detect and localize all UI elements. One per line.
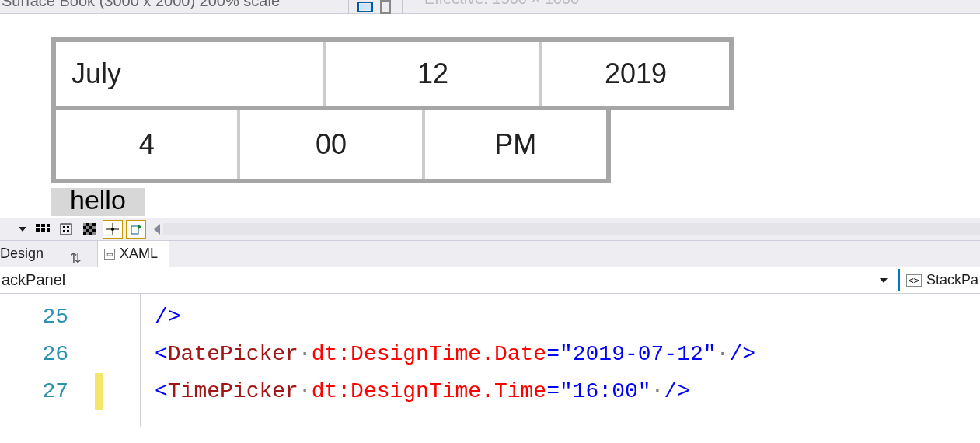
date-picker-year[interactable]: 2019 (542, 42, 729, 106)
designer-bottom-toolbar (0, 218, 980, 241)
date-picker[interactable]: July 12 2019 (51, 37, 734, 110)
tab-xaml-label: XAML (120, 246, 158, 262)
tab-xaml[interactable]: ▭ XAML (97, 240, 169, 267)
svg-rect-4 (36, 224, 40, 227)
svg-rect-8 (41, 228, 45, 232)
svg-rect-1 (360, 4, 371, 10)
refresh-designer-icon[interactable] (126, 220, 146, 239)
line-number-gutter: 252627 (0, 294, 93, 427)
code-line[interactable]: <TimePicker·dt:DesignTime.Time="16:00"·/… (155, 373, 980, 410)
svg-rect-12 (67, 226, 69, 228)
time-picker[interactable]: 4 00 PM (51, 110, 611, 183)
swap-panes-button[interactable]: ⇅ (54, 249, 97, 267)
time-picker-hour[interactable]: 4 (56, 110, 240, 179)
swap-icon: ⇅ (70, 250, 82, 266)
svg-rect-23 (92, 232, 96, 235)
svg-rect-22 (86, 232, 89, 235)
svg-rect-10 (61, 224, 71, 235)
line-number: 26 (0, 336, 68, 373)
tab-design[interactable]: Design (0, 241, 54, 267)
svg-rect-9 (47, 228, 50, 232)
svg-point-26 (111, 228, 114, 231)
element-breadcrumb: ackPanel <> StackPa (0, 267, 980, 294)
modified-line-marker (95, 373, 103, 410)
svg-rect-21 (89, 229, 92, 232)
scroll-left-icon[interactable] (154, 224, 160, 235)
breadcrumb-dropdown[interactable] (875, 272, 892, 289)
svg-rect-5 (41, 224, 45, 227)
svg-rect-16 (83, 223, 86, 226)
svg-rect-14 (67, 230, 69, 232)
svg-marker-3 (19, 227, 26, 232)
svg-rect-18 (86, 226, 89, 229)
snap-grid-icon[interactable] (56, 220, 76, 239)
svg-rect-27 (131, 226, 138, 234)
svg-rect-13 (63, 230, 65, 232)
code-line[interactable]: <DatePicker·dt:DesignTime.Date="2019-07-… (155, 336, 980, 373)
svg-rect-7 (36, 228, 40, 232)
date-picker-month[interactable]: July (56, 42, 326, 106)
text-block-hello[interactable]: hello (51, 188, 145, 216)
tab-design-label: Design (0, 246, 44, 262)
time-picker-minute[interactable]: 00 (240, 110, 424, 179)
effective-resolution-label: Effective: 1500 × 1000 (424, 0, 579, 8)
orientation-landscape-icon[interactable] (357, 0, 374, 14)
checker-icon[interactable] (79, 220, 99, 239)
svg-rect-19 (92, 226, 96, 229)
svg-marker-28 (880, 278, 888, 283)
designer-surface[interactable]: July 12 2019 4 00 PM hello (0, 14, 980, 218)
svg-rect-6 (47, 224, 50, 227)
zoom-dropdown[interactable] (0, 220, 31, 239)
code-line[interactable]: /> (155, 298, 980, 336)
code-editor[interactable]: 252627 /><DatePicker·dt:DesignTime.Date=… (0, 294, 980, 427)
orientation-portrait-icon[interactable] (377, 0, 394, 14)
breadcrumb-right-label: StackPa (926, 272, 978, 288)
toolbar-separator (348, 0, 349, 15)
toolbar-separator (402, 0, 403, 15)
svg-rect-17 (89, 223, 92, 226)
snap-to-lines-icon[interactable] (103, 220, 123, 239)
grid-layout-icon[interactable] (33, 220, 53, 239)
svg-rect-2 (381, 1, 390, 13)
line-number: 25 (0, 298, 68, 336)
breadcrumb-left[interactable]: ackPanel (2, 271, 875, 289)
code-content[interactable]: /><DatePicker·dt:DesignTime.Date="2019-0… (140, 294, 980, 427)
device-toolbar: Surface Book (3000 x 2000) 200% scale Ef… (0, 0, 980, 14)
designer-tabs: Design ⇅ ▭ XAML (0, 241, 980, 267)
xaml-file-icon: ▭ (104, 249, 115, 260)
date-picker-day[interactable]: 12 (326, 42, 542, 106)
line-number: 27 (0, 373, 68, 410)
horizontal-scrollbar[interactable] (163, 223, 980, 235)
svg-rect-20 (83, 229, 86, 232)
time-picker-period[interactable]: PM (425, 110, 606, 179)
device-label[interactable]: Surface Book (3000 x 2000) 200% scale (0, 0, 280, 10)
breadcrumb-right-chip[interactable]: <> StackPa (898, 269, 981, 291)
svg-rect-11 (63, 226, 65, 228)
code-tag-icon: <> (906, 274, 922, 287)
